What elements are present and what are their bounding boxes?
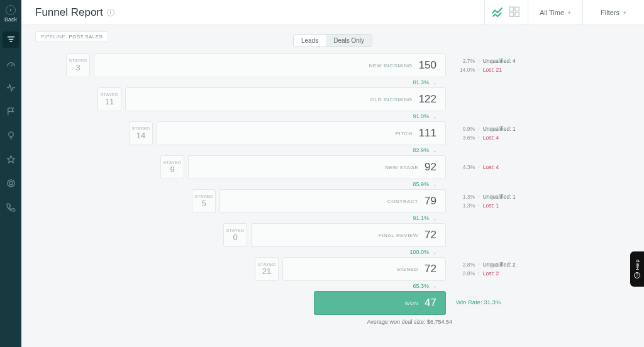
outflow-line[interactable]: 0.9%›Unqualified: 1 [456,124,569,133]
chevron-right-icon: › [478,260,480,269]
conversion-row[interactable]: 91.1%⌄ [219,213,446,223]
tab-leads[interactable]: Leads [294,35,326,47]
stage-outflows: 2.8%›Unqualified: 22.8%›Lost: 2 [456,260,569,278]
svg-rect-3 [509,7,513,11]
outflow-label: Lost: 2 [483,269,499,278]
funnel-chart: STAYED3NEW INCOMING1502.7%›Unqualified: … [94,53,572,315]
conversion-pct: 82.9% [413,147,429,153]
chevron-down-icon: ▾ [623,9,626,16]
sidebar-item-goals[interactable] [3,103,19,119]
tab-deals-only[interactable]: Deals Only [326,35,372,47]
chevron-down-icon: ▾ [568,9,571,16]
stage-bar[interactable]: CONTRACT79 [219,189,446,213]
outflow-pct: 1.3% [456,201,475,210]
outflow-label: Unqualified: 2 [483,260,516,269]
stage-bar[interactable]: PITCH111 [157,121,446,145]
phone-icon [6,202,16,212]
chevron-left-icon: ‹ [6,5,16,15]
conversion-pct: 91.0% [413,113,429,119]
stage-count: 92 [425,161,436,174]
won-bar[interactable]: WON47 [314,291,446,315]
svg-point-2 [9,181,13,185]
sidebar-item-target[interactable] [3,175,19,191]
outflow-pct: 2.8% [456,260,475,269]
gauge-icon [6,59,16,69]
stage-name: SIGNED [397,267,418,272]
time-range-label: All Time [540,9,564,16]
stayed-count: 3 [75,63,80,72]
conversion-row[interactable]: 85.9%⌄ [188,179,446,189]
outflow-line[interactable]: 2.7%›Unqualified: 4 [456,57,569,65]
conversion-row[interactable]: 81.3%⌄ [94,77,446,87]
sidebar-item-dashboard[interactable] [3,55,19,72]
stayed-count: 11 [105,97,114,106]
outflow-pct: 2.7% [456,57,475,65]
outflow-line[interactable]: 2.8%›Unqualified: 2 [456,260,569,269]
outflow-line[interactable]: 14.0%›Lost: 21 [456,65,569,74]
outflow-label: Lost: 4 [483,163,499,172]
conversion-pct: 91.1% [413,215,429,221]
stayed-box: STAYED9 [160,155,184,179]
conversion-row[interactable]: 82.9%⌄ [157,145,446,155]
stage-outflows: 4.3%›Lost: 4 [456,163,569,172]
filters-button[interactable]: Filters ▾ [582,0,644,25]
stage-row: STAYED11OLD INCOMING122 [94,87,572,111]
stage-bar[interactable]: NEW STAGE92 [188,155,446,179]
activity-icon [6,83,16,92]
stage-bar[interactable]: FINAL REVIEW72 [251,223,446,247]
outflow-line[interactable]: 3.6%›Lost: 4 [456,133,569,142]
chevron-right-icon: › [478,133,480,142]
chevron-down-icon: ⌄ [433,80,437,85]
stage-count: 72 [425,263,436,275]
chevron-right-icon: › [478,124,480,133]
outflow-label: Unqualified: 1 [483,124,516,133]
outflow-line[interactable]: 1.3%›Unqualified: 1 [456,192,569,201]
avg-label: Average won deal size: [367,319,426,325]
table-view-button[interactable] [509,6,521,19]
stage-bar[interactable]: OLD INCOMING122 [125,87,446,111]
sidebar-item-calls[interactable] [3,199,19,215]
target-icon [6,179,16,188]
svg-point-0 [8,131,13,136]
sidebar-item-insights[interactable] [3,127,19,143]
conversion-row[interactable]: 65.3%⌄ [282,281,446,291]
mode-tabs: Leads Deals Only [293,34,372,47]
stage-bar[interactable]: SIGNED72 [282,257,446,281]
stage-bar[interactable]: NEW INCOMING150 [94,53,446,77]
stage-outflows: 1.3%›Unqualified: 11.3%›Lost: 1 [456,192,569,210]
help-label: Help [635,260,640,270]
outflow-line[interactable]: 2.8%›Lost: 2 [456,269,569,278]
flag-icon [6,107,16,116]
svg-rect-4 [515,7,519,11]
conversion-row[interactable]: 100.0%⌄ [251,247,446,257]
outflow-pct: 14.0% [456,65,475,74]
conversion-row[interactable]: 91.0%⌄ [125,111,446,121]
filters-label: Filters [601,9,619,16]
stayed-box: STAYED3 [66,53,90,77]
outflow-line[interactable]: 1.3%›Lost: 1 [456,201,569,210]
stage-row: STAYED14PITCH1110.9%›Unqualified: 13.6%›… [94,121,572,145]
chevron-right-icon: › [478,201,480,210]
chevron-right-icon: › [478,163,480,172]
stayed-count: 21 [262,267,271,276]
content-area: Leads Deals Only STAYED3NEW INCOMING1502… [21,25,644,347]
back-button[interactable]: ‹ Back [0,3,21,28]
sidebar-item-funnel[interactable] [3,31,19,48]
won-label: WON [405,300,418,306]
outflow-line[interactable]: 4.3%›Lost: 4 [456,163,569,172]
stage-name: OLD INCOMING [370,97,413,102]
avg-value: $6,754.54 [427,319,452,325]
stayed-label: STAYED [69,58,87,63]
time-range-button[interactable]: All Time ▾ [528,0,582,25]
chart-view-button[interactable] [491,6,504,19]
help-tab[interactable]: Help ? [630,251,644,287]
stage-count: 72 [425,229,436,241]
outflow-label: Lost: 4 [483,133,499,142]
chevron-down-icon: ⌄ [433,216,437,221]
sidebar-item-star[interactable] [3,151,19,167]
info-icon[interactable]: i [107,9,114,16]
sidebar-item-activity[interactable] [3,79,19,96]
avg-row: Average won deal size: $6,754.54 [94,319,572,325]
check-chart-icon [491,6,504,19]
stage-name: PITCH [396,131,413,136]
